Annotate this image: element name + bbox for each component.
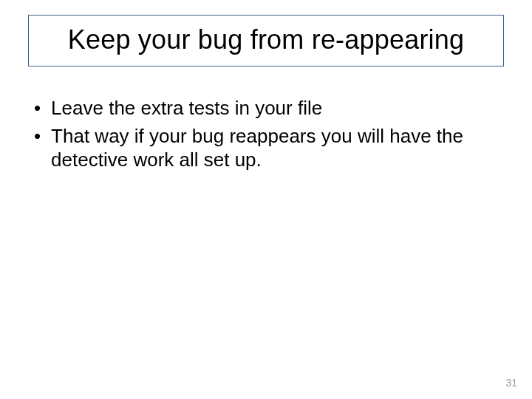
content-area: • Leave the extra tests in your file • T…	[28, 96, 504, 175]
list-item: • Leave the extra tests in your file	[28, 96, 504, 121]
list-item: • That way if your bug reappears you wil…	[28, 124, 504, 172]
bullet-icon: •	[34, 96, 41, 121]
page-number: 31	[505, 377, 517, 389]
bullet-icon: •	[34, 124, 41, 149]
bullet-text: That way if your bug reappears you will …	[51, 124, 504, 172]
slide-title: Keep your bug from re-appearing	[44, 24, 488, 55]
bullet-text: Leave the extra tests in your file	[51, 96, 504, 120]
title-container: Keep your bug from re-appearing	[28, 15, 504, 66]
